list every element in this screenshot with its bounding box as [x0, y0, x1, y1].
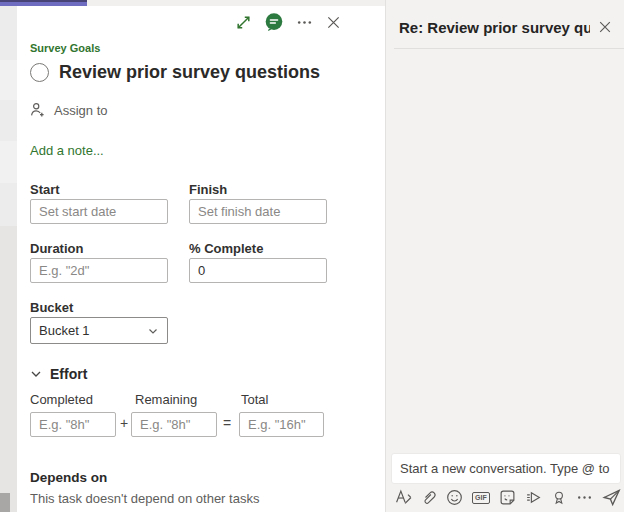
start-date-input[interactable] [30, 199, 168, 224]
background-row-band [0, 60, 17, 100]
assign-to-label: Assign to [54, 103, 107, 118]
start-label: Start [30, 182, 168, 197]
effort-heading: Effort [50, 366, 87, 382]
close-icon[interactable] [326, 15, 341, 30]
message-input[interactable] [392, 454, 620, 483]
background-grid-edge [0, 6, 17, 512]
complete-task-circle[interactable] [30, 63, 49, 82]
gif-label: GIF [472, 492, 490, 504]
task-detail-panel: Survey Goals Review prior survey questio… [17, 6, 385, 512]
gif-icon[interactable]: GIF [472, 492, 490, 504]
send-icon[interactable] [602, 488, 621, 507]
bucket-selected-value: Bucket 1 [39, 323, 90, 338]
conversation-title: Re: Review prior survey ques... [399, 19, 590, 36]
task-panel-toolbar [235, 13, 341, 31]
completed-label: Completed [30, 392, 93, 407]
composer-toolbar: GIF [395, 488, 617, 507]
chevron-down-icon [147, 325, 159, 337]
remaining-label: Remaining [135, 392, 197, 407]
task-title-row: Review prior survey questions [30, 62, 320, 83]
bucket-label: Bucket [30, 300, 168, 315]
depends-on-heading: Depends on [30, 470, 107, 485]
more-options-icon[interactable] [296, 14, 313, 31]
plus-operator: + [120, 415, 128, 431]
effort-section-toggle[interactable]: Effort [30, 366, 87, 382]
stream-icon[interactable] [525, 489, 542, 506]
duration-input[interactable] [30, 258, 168, 283]
depends-on-text: This task doesn't depend on other tasks [30, 491, 259, 506]
assign-to-button[interactable]: Assign to [30, 102, 107, 118]
background-row-band [0, 141, 17, 183]
add-person-icon [30, 102, 46, 118]
praise-icon[interactable] [551, 490, 567, 506]
add-note-link[interactable]: Add a note... [30, 143, 104, 158]
more-options-icon[interactable] [576, 489, 593, 506]
duration-label: Duration [30, 241, 168, 256]
message-composer [391, 453, 621, 484]
plan-name-label: Survey Goals [30, 42, 100, 54]
total-label: Total [241, 392, 268, 407]
effort-total-input[interactable] [239, 412, 324, 437]
close-icon[interactable] [598, 20, 612, 34]
background-row-band [0, 226, 17, 512]
chevron-down-icon [30, 368, 42, 380]
task-title[interactable]: Review prior survey questions [59, 62, 320, 83]
conversation-panel: Re: Review prior survey ques... [385, 0, 624, 512]
sticker-icon[interactable] [499, 489, 516, 506]
format-icon[interactable] [395, 489, 412, 506]
emoji-icon[interactable] [446, 489, 463, 506]
percent-complete-input[interactable] [189, 258, 327, 283]
attach-icon[interactable] [421, 490, 437, 506]
expand-icon[interactable] [235, 14, 252, 31]
header-divider [394, 48, 624, 49]
finish-label: Finish [189, 182, 327, 197]
effort-remaining-input[interactable] [131, 412, 217, 437]
effort-completed-input[interactable] [30, 412, 116, 437]
equals-operator: = [223, 415, 231, 431]
bucket-dropdown[interactable]: Bucket 1 [30, 317, 168, 344]
finish-date-input[interactable] [189, 199, 327, 224]
background-scrollbar-end [0, 493, 10, 512]
comments-icon[interactable] [265, 13, 283, 31]
percent-complete-label: % Complete [189, 241, 327, 256]
